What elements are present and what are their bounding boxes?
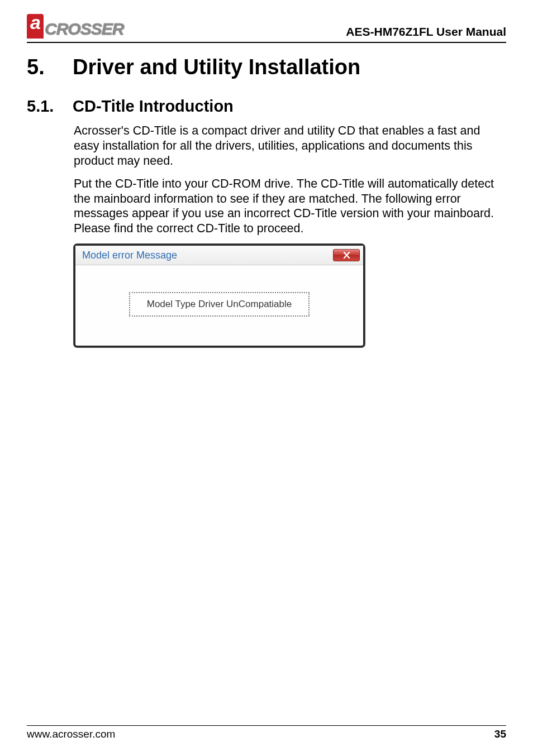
chapter-title-text: Driver and Utility Installation (73, 55, 360, 79)
paragraph-2: Put the CD-Title into your CD-ROM drive.… (74, 176, 506, 237)
section-heading: 5.1.CD-Title Introduction (27, 97, 506, 116)
paragraph-1: Acrosser's CD-Title is a compact driver … (74, 123, 506, 169)
dialog-message: Model Type Driver UnCompatiable (129, 292, 310, 317)
logo-text: CROSSER (45, 20, 123, 38)
chapter-number: 5. (27, 55, 73, 79)
page-header: CROSSER AES-HM76Z1FL User Manual (27, 14, 506, 43)
chapter-heading: 5.Driver and Utility Installation (27, 55, 506, 79)
section-title-text: CD-Title Introduction (73, 97, 234, 115)
dialog-titlebar: Model error Message (75, 246, 363, 265)
dialog-body: Model Type Driver UnCompatiable (75, 265, 363, 346)
dialog-window: Model error Message Model Type Driver Un… (74, 244, 365, 347)
dialog-title: Model error Message (82, 250, 177, 261)
close-button[interactable] (333, 249, 360, 261)
footer-page-number: 35 (494, 728, 506, 740)
section-content: Acrosser's CD-Title is a compact driver … (27, 123, 506, 347)
error-dialog-screenshot: Model error Message Model Type Driver Un… (74, 244, 365, 347)
section-number: 5.1. (27, 97, 73, 116)
page-footer: www.acrosser.com 35 (27, 725, 506, 740)
document-title: AES-HM76Z1FL User Manual (346, 25, 506, 41)
footer-url: www.acrosser.com (27, 728, 115, 740)
close-icon (343, 252, 350, 259)
logo-mark-icon (27, 14, 44, 39)
company-logo: CROSSER (27, 14, 127, 41)
